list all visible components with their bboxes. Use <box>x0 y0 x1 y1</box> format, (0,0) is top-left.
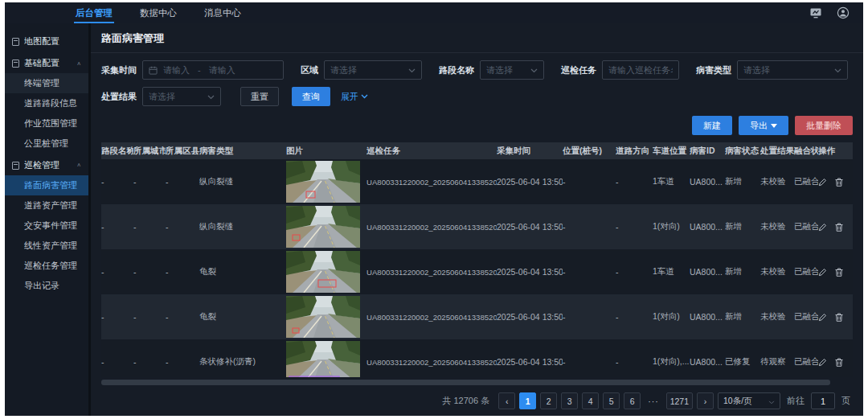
tab-message-center[interactable]: 消息中心 <box>203 2 243 23</box>
region-label: 区域 <box>301 64 318 76</box>
sidebar-item-map-config[interactable]: 地图配置 <box>5 31 88 51</box>
sidebar-item-road-section-info[interactable]: 道路路段信息 <box>5 93 88 113</box>
edit-icon[interactable] <box>818 313 827 322</box>
table-row[interactable]: - - - 龟裂 UA800331220002_2025060413385205… <box>101 294 853 339</box>
column-header: 操作 <box>818 146 853 157</box>
horizontal-scrollbar-thumb[interactable] <box>101 380 830 385</box>
sidebar-item-traffic-safety-event-mgmt[interactable]: 交安事件管理 <box>5 216 88 236</box>
cell-collect-time: 2025-06-04 13:50 <box>497 222 563 232</box>
disease-table: 路段名称所属城市所属区县病害类型图片巡检任务采集时间位置(桩号)道路方向车道位置… <box>101 142 853 377</box>
road-photo <box>286 251 360 293</box>
goto-page-box <box>811 392 835 409</box>
sidebar-item-linear-asset-mgmt[interactable]: 线性资产管理 <box>5 236 88 256</box>
row-road-image[interactable] <box>286 161 366 203</box>
delete-icon[interactable] <box>835 268 843 277</box>
expand-toggle[interactable]: 展开 <box>341 91 368 103</box>
row-road-image[interactable] <box>286 251 366 293</box>
tab-data-center[interactable]: 数据中心 <box>138 2 178 23</box>
filter-handle-result: 处置结果 请选择 <box>101 87 221 106</box>
chevron-down-icon <box>834 65 841 75</box>
row-road-image[interactable] <box>286 341 366 377</box>
page-button-4[interactable]: 4 <box>582 392 599 409</box>
table-row[interactable]: - - - 纵向裂缝 UA800331220002_20250604133852… <box>101 159 853 204</box>
delete-icon[interactable] <box>835 178 843 187</box>
topbar: 后台管理数据中心消息中心 <box>5 2 863 23</box>
delete-icon[interactable] <box>835 358 843 367</box>
cell-task-id: UA800331220002_20250604133852059 <box>366 268 497 277</box>
column-header: 融合状态 <box>794 146 818 157</box>
row-road-image[interactable] <box>286 296 366 338</box>
prev-page-button[interactable]: ‹ <box>498 392 515 409</box>
page-button-1[interactable]: 1 <box>519 392 536 409</box>
page-button-5[interactable]: 5 <box>603 392 620 409</box>
sidebar-item-road-asset-mgmt[interactable]: 道路资产管理 <box>5 195 88 216</box>
region-select[interactable]: 请选择 <box>324 60 422 80</box>
column-header: 所属城市 <box>133 146 166 157</box>
cell-fusion-status: 已融合 <box>794 266 818 277</box>
collect-time-range-input[interactable]: 请输入 - 请输入 <box>142 60 284 80</box>
create-button[interactable]: 新建 <box>692 116 732 135</box>
export-button[interactable]: 导出 <box>739 116 788 135</box>
sidebar-item-inspection-mgmt[interactable]: 巡检管理∧ <box>5 155 88 175</box>
batch-delete-button[interactable]: 批量删除 <box>795 116 853 135</box>
page-size-select[interactable]: 10条/页 <box>718 392 780 409</box>
content-panel: 路面病害管理 采集时间 请输入 - 请输入 <box>91 23 863 416</box>
delete-icon[interactable] <box>835 313 843 322</box>
cell-disease-type: 纵向裂缝 <box>199 176 286 187</box>
sidebar-item-road-disease-mgmt[interactable]: 路面病害管理 <box>5 175 88 195</box>
edit-icon[interactable] <box>818 178 827 187</box>
sidebar-item-label: 路面病害管理 <box>24 179 77 191</box>
edit-icon[interactable] <box>818 223 827 232</box>
task-input[interactable] <box>608 65 673 75</box>
screen-monitor-icon[interactable] <box>809 6 823 19</box>
tab-backend-admin[interactable]: 后台管理 <box>74 2 114 23</box>
cell-county: - <box>166 222 199 232</box>
page-ellipsis[interactable]: ··· <box>645 392 662 409</box>
reset-button[interactable]: 重置 <box>240 87 279 106</box>
edit-icon[interactable] <box>818 358 827 367</box>
edit-icon[interactable] <box>818 268 827 277</box>
cell-section-name: - <box>101 222 133 232</box>
cell-section-name: - <box>101 357 133 367</box>
page-button-3[interactable]: 3 <box>561 392 578 409</box>
row-road-image[interactable] <box>286 206 366 248</box>
disease-type-select[interactable]: 请选择 <box>737 60 848 80</box>
sidebar-item-export-records[interactable]: 导出记录 <box>5 276 88 296</box>
table-row[interactable]: - - - 龟裂 UA800331220002_2025060413385205… <box>101 249 853 294</box>
user-avatar-icon[interactable] <box>836 6 850 19</box>
next-page-button[interactable]: › <box>697 392 714 409</box>
goto-page-input[interactable] <box>812 396 834 406</box>
chevron-down-icon <box>361 94 368 99</box>
column-header: 路段名称 <box>101 146 133 157</box>
pagination-pages: 123456···1271 <box>519 392 693 409</box>
table-row[interactable]: - - - 条状修补(沥青) UA800331220002_2025060413… <box>101 339 853 377</box>
cell-disease-type: 纵向裂缝 <box>199 221 286 232</box>
page-title: 路面病害管理 <box>91 23 863 53</box>
section-name-select[interactable]: 请选择 <box>480 60 544 80</box>
sidebar-item-work-scope-mgmt[interactable]: 作业范围管理 <box>5 113 88 134</box>
delete-icon[interactable] <box>835 223 843 232</box>
cell-fusion-status: 已融合 <box>794 356 818 368</box>
sidebar-item-kilometer-stake-mgmt[interactable]: 公里桩管理 <box>5 134 88 154</box>
cell-stake-position: - <box>563 312 616 322</box>
sidebar-item-label: 道路资产管理 <box>24 199 77 212</box>
column-header: 道路方向 <box>616 146 653 157</box>
sidebar-item-inspection-task-mgmt[interactable]: 巡检任务管理 <box>5 256 88 276</box>
cell-fusion-status: 已融合 <box>794 311 818 322</box>
road-photo <box>286 296 360 338</box>
table-row[interactable]: - - - 纵向裂缝 UA800331220002_20250604133852… <box>101 204 853 249</box>
page-button-2[interactable]: 2 <box>540 392 557 409</box>
sidebar-item-terminal-mgmt[interactable]: 终端管理 <box>5 73 88 93</box>
sidebar-item-base-config[interactable]: 基础配置∧ <box>5 53 88 73</box>
page-button-1271[interactable]: 1271 <box>666 392 693 409</box>
cell-task-id: UA800331220002_20250604133852059 <box>366 223 497 232</box>
cell-county: - <box>166 267 199 277</box>
end-date-placeholder: 请输入 <box>209 64 235 76</box>
page-button-6[interactable]: 6 <box>624 392 641 409</box>
cell-section-name: - <box>101 177 133 187</box>
filter-task: 巡检任务 <box>561 60 679 80</box>
search-button[interactable]: 查询 <box>292 87 330 106</box>
cell-road-direction: - <box>616 222 653 232</box>
handle-result-select[interactable]: 请选择 <box>142 87 221 106</box>
column-header: 图片 <box>286 146 366 157</box>
